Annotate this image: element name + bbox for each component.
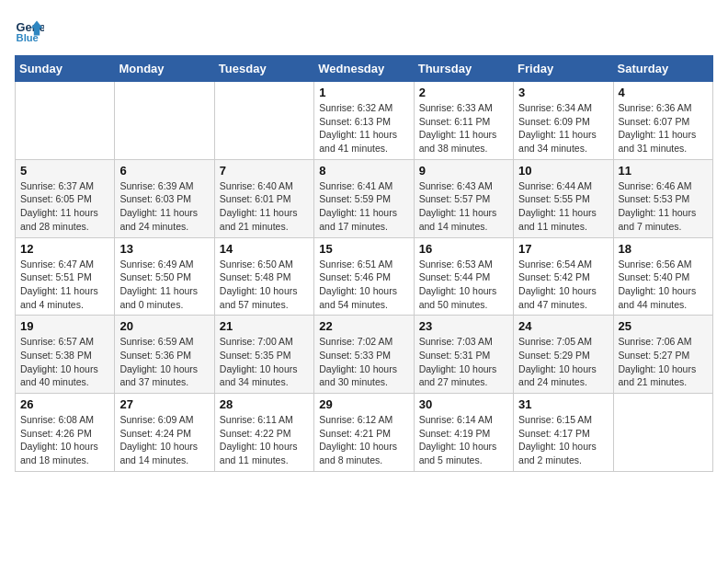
day-info: Sunrise: 7:06 AM Sunset: 5:27 PM Dayligh… (619, 335, 708, 389)
weekday-header: Tuesday (214, 56, 313, 82)
calendar-cell: 26Sunrise: 6:08 AM Sunset: 4:26 PM Dayli… (16, 394, 115, 472)
day-number: 4 (619, 86, 708, 99)
day-number: 23 (419, 319, 508, 333)
logo-icon: General Blue (15, 15, 44, 44)
day-info: Sunrise: 6:41 AM Sunset: 5:59 PM Dayligh… (319, 179, 408, 234)
day-number: 27 (119, 397, 209, 411)
calendar-cell: 5Sunrise: 6:37 AM Sunset: 6:05 PM Daylig… (16, 159, 115, 237)
day-number: 13 (119, 242, 209, 256)
day-number: 28 (220, 397, 309, 411)
weekday-header: Sunday (16, 56, 115, 82)
page-header: General Blue (15, 15, 713, 44)
day-info: Sunrise: 6:46 AM Sunset: 5:53 PM Dayligh… (619, 179, 708, 234)
day-number: 29 (319, 397, 408, 411)
day-info: Sunrise: 7:05 AM Sunset: 5:29 PM Dayligh… (518, 335, 608, 389)
day-number: 31 (518, 397, 608, 411)
calendar-cell: 23Sunrise: 7:03 AM Sunset: 5:31 PM Dayli… (414, 316, 513, 394)
day-info: Sunrise: 7:02 AM Sunset: 5:33 PM Dayligh… (319, 335, 408, 389)
day-info: Sunrise: 6:36 AM Sunset: 6:07 PM Dayligh… (619, 101, 708, 155)
day-info: Sunrise: 6:49 AM Sunset: 5:50 PM Dayligh… (119, 258, 209, 312)
day-info: Sunrise: 6:53 AM Sunset: 5:44 PM Dayligh… (419, 258, 508, 312)
day-info: Sunrise: 6:33 AM Sunset: 6:11 PM Dayligh… (419, 101, 508, 155)
calendar-week-row: 1Sunrise: 6:32 AM Sunset: 6:13 PM Daylig… (16, 82, 713, 160)
day-info: Sunrise: 6:51 AM Sunset: 5:46 PM Dayligh… (319, 258, 408, 312)
calendar-table: SundayMondayTuesdayWednesdayThursdayFrid… (15, 55, 713, 472)
calendar-cell: 6Sunrise: 6:39 AM Sunset: 6:03 PM Daylig… (115, 159, 214, 237)
day-number: 12 (20, 242, 109, 256)
calendar-cell: 28Sunrise: 6:11 AM Sunset: 4:22 PM Dayli… (214, 394, 313, 472)
calendar-cell: 8Sunrise: 6:41 AM Sunset: 5:59 PM Daylig… (314, 159, 414, 237)
day-number: 25 (619, 319, 708, 333)
day-number: 3 (518, 86, 608, 99)
day-info: Sunrise: 6:59 AM Sunset: 5:36 PM Dayligh… (119, 335, 209, 389)
day-info: Sunrise: 7:03 AM Sunset: 5:31 PM Dayligh… (419, 335, 508, 389)
calendar-cell: 30Sunrise: 6:14 AM Sunset: 4:19 PM Dayli… (414, 394, 513, 472)
day-info: Sunrise: 6:14 AM Sunset: 4:19 PM Dayligh… (419, 413, 508, 467)
calendar-cell: 14Sunrise: 6:50 AM Sunset: 5:48 PM Dayli… (214, 237, 313, 316)
day-info: Sunrise: 6:43 AM Sunset: 5:57 PM Dayligh… (419, 179, 508, 234)
day-number: 1 (319, 86, 408, 99)
day-info: Sunrise: 6:34 AM Sunset: 6:09 PM Dayligh… (518, 101, 608, 155)
calendar-cell (16, 82, 115, 160)
day-number: 9 (419, 164, 508, 178)
calendar-header-row: SundayMondayTuesdayWednesdayThursdayFrid… (16, 56, 713, 82)
day-info: Sunrise: 6:56 AM Sunset: 5:40 PM Dayligh… (619, 258, 708, 312)
calendar-cell: 2Sunrise: 6:33 AM Sunset: 6:11 PM Daylig… (414, 82, 513, 160)
calendar-cell: 4Sunrise: 6:36 AM Sunset: 6:07 PM Daylig… (613, 82, 712, 160)
calendar-cell: 18Sunrise: 6:56 AM Sunset: 5:40 PM Dayli… (613, 237, 712, 316)
calendar-cell: 22Sunrise: 7:02 AM Sunset: 5:33 PM Dayli… (314, 316, 414, 394)
calendar-cell: 27Sunrise: 6:09 AM Sunset: 4:24 PM Dayli… (115, 394, 214, 472)
calendar-cell (214, 82, 313, 160)
day-number: 24 (518, 319, 608, 333)
calendar-cell: 1Sunrise: 6:32 AM Sunset: 6:13 PM Daylig… (314, 82, 414, 160)
day-info: Sunrise: 6:40 AM Sunset: 6:01 PM Dayligh… (220, 179, 309, 234)
day-number: 17 (518, 242, 608, 256)
day-number: 2 (419, 86, 508, 99)
day-number: 18 (619, 242, 708, 256)
logo: General Blue (15, 15, 44, 44)
day-info: Sunrise: 7:00 AM Sunset: 5:35 PM Dayligh… (220, 335, 309, 389)
calendar-cell: 3Sunrise: 6:34 AM Sunset: 6:09 PM Daylig… (514, 82, 613, 160)
day-number: 30 (419, 397, 508, 411)
weekday-header: Saturday (613, 56, 712, 82)
weekday-header: Monday (115, 56, 214, 82)
day-number: 5 (20, 164, 109, 178)
calendar-cell: 9Sunrise: 6:43 AM Sunset: 5:57 PM Daylig… (414, 159, 513, 237)
calendar-cell: 13Sunrise: 6:49 AM Sunset: 5:50 PM Dayli… (115, 237, 214, 316)
calendar-cell: 25Sunrise: 7:06 AM Sunset: 5:27 PM Dayli… (613, 316, 712, 394)
day-info: Sunrise: 6:44 AM Sunset: 5:55 PM Dayligh… (518, 179, 608, 234)
day-info: Sunrise: 6:12 AM Sunset: 4:21 PM Dayligh… (319, 413, 408, 467)
calendar-cell (115, 82, 214, 160)
calendar-cell: 21Sunrise: 7:00 AM Sunset: 5:35 PM Dayli… (214, 316, 313, 394)
day-info: Sunrise: 6:54 AM Sunset: 5:42 PM Dayligh… (518, 258, 608, 312)
day-number: 11 (619, 164, 708, 178)
day-info: Sunrise: 6:09 AM Sunset: 4:24 PM Dayligh… (119, 413, 209, 467)
calendar-cell: 16Sunrise: 6:53 AM Sunset: 5:44 PM Dayli… (414, 237, 513, 316)
day-info: Sunrise: 6:11 AM Sunset: 4:22 PM Dayligh… (220, 413, 309, 467)
day-number: 14 (220, 242, 309, 256)
calendar-cell: 12Sunrise: 6:47 AM Sunset: 5:51 PM Dayli… (16, 237, 115, 316)
day-number: 7 (220, 164, 309, 178)
calendar-cell: 19Sunrise: 6:57 AM Sunset: 5:38 PM Dayli… (16, 316, 115, 394)
day-number: 16 (419, 242, 508, 256)
day-number: 8 (319, 164, 408, 178)
day-info: Sunrise: 6:39 AM Sunset: 6:03 PM Dayligh… (119, 179, 209, 234)
calendar-week-row: 5Sunrise: 6:37 AM Sunset: 6:05 PM Daylig… (16, 159, 713, 237)
calendar-cell: 29Sunrise: 6:12 AM Sunset: 4:21 PM Dayli… (314, 394, 414, 472)
day-info: Sunrise: 6:32 AM Sunset: 6:13 PM Dayligh… (319, 101, 408, 155)
weekday-header: Friday (514, 56, 613, 82)
day-info: Sunrise: 6:08 AM Sunset: 4:26 PM Dayligh… (20, 413, 109, 467)
day-number: 20 (119, 319, 209, 333)
day-number: 19 (20, 319, 109, 333)
calendar-week-row: 12Sunrise: 6:47 AM Sunset: 5:51 PM Dayli… (16, 237, 713, 316)
calendar-week-row: 19Sunrise: 6:57 AM Sunset: 5:38 PM Dayli… (16, 316, 713, 394)
weekday-header: Wednesday (314, 56, 414, 82)
calendar-cell: 20Sunrise: 6:59 AM Sunset: 5:36 PM Dayli… (115, 316, 214, 394)
day-info: Sunrise: 6:50 AM Sunset: 5:48 PM Dayligh… (220, 258, 309, 312)
day-number: 22 (319, 319, 408, 333)
calendar-cell: 24Sunrise: 7:05 AM Sunset: 5:29 PM Dayli… (514, 316, 613, 394)
day-info: Sunrise: 6:37 AM Sunset: 6:05 PM Dayligh… (20, 179, 109, 234)
day-info: Sunrise: 6:47 AM Sunset: 5:51 PM Dayligh… (20, 258, 109, 312)
calendar-cell (613, 394, 712, 472)
day-info: Sunrise: 6:57 AM Sunset: 5:38 PM Dayligh… (20, 335, 109, 389)
